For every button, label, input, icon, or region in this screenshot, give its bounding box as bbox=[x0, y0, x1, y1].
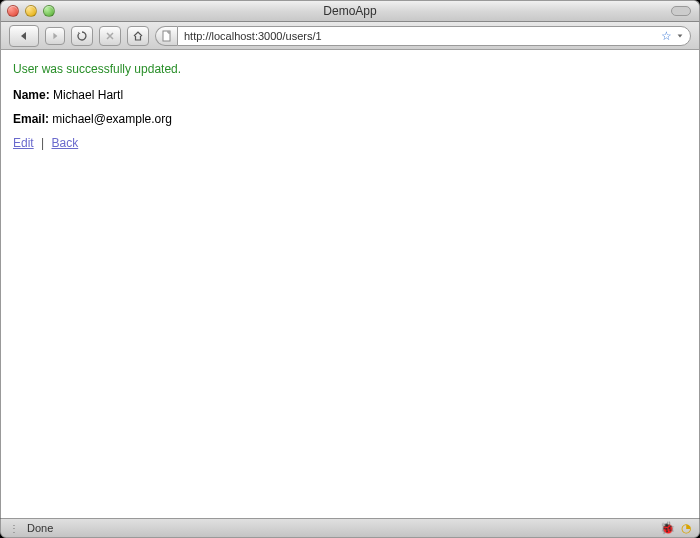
url-input[interactable]: http://localhost:3000/users/1 ☆ bbox=[177, 26, 691, 46]
browser-window: DemoApp http://localhost:3000/users/1 ☆ bbox=[0, 0, 700, 538]
address-bar: http://localhost:3000/users/1 ☆ bbox=[155, 26, 691, 46]
close-window-button[interactable] bbox=[7, 5, 19, 17]
status-right: 🐞 ◔ bbox=[660, 521, 691, 535]
home-icon bbox=[132, 30, 144, 42]
reload-icon bbox=[76, 30, 88, 42]
addon-icon[interactable]: ◔ bbox=[681, 521, 691, 535]
back-link[interactable]: Back bbox=[52, 136, 79, 150]
status-text: Done bbox=[27, 522, 53, 534]
stop-icon bbox=[105, 31, 115, 41]
reload-button[interactable] bbox=[71, 26, 93, 46]
back-button[interactable] bbox=[9, 25, 39, 47]
edit-link[interactable]: Edit bbox=[13, 136, 34, 150]
stop-button[interactable] bbox=[99, 26, 121, 46]
bookmark-star-icon[interactable]: ☆ bbox=[661, 29, 672, 43]
flash-notice: User was successfully updated. bbox=[13, 62, 687, 76]
email-label: Email: bbox=[13, 112, 49, 126]
drag-handle-icon[interactable]: ⋮ bbox=[9, 523, 19, 534]
traffic-lights bbox=[7, 5, 55, 17]
status-left: ⋮ Done bbox=[9, 522, 53, 534]
forward-button[interactable] bbox=[45, 27, 65, 45]
toolbar: http://localhost:3000/users/1 ☆ bbox=[0, 22, 700, 50]
titlebar: DemoApp bbox=[0, 0, 700, 22]
window-title: DemoApp bbox=[1, 4, 699, 18]
name-label: Name: bbox=[13, 88, 50, 102]
statusbar: ⋮ Done 🐞 ◔ bbox=[0, 518, 700, 538]
email-row: Email: michael@example.org bbox=[13, 112, 687, 126]
url-text: http://localhost:3000/users/1 bbox=[184, 30, 657, 42]
page-icon bbox=[161, 30, 173, 42]
action-links: Edit | Back bbox=[13, 136, 687, 150]
toolbar-toggle-button[interactable] bbox=[671, 6, 691, 16]
email-value: michael@example.org bbox=[52, 112, 172, 126]
name-value: Michael Hartl bbox=[53, 88, 123, 102]
home-button[interactable] bbox=[127, 26, 149, 46]
page-content: User was successfully updated. Name: Mic… bbox=[0, 50, 700, 518]
name-row: Name: Michael Hartl bbox=[13, 88, 687, 102]
site-identity-button[interactable] bbox=[155, 26, 177, 46]
minimize-window-button[interactable] bbox=[25, 5, 37, 17]
forward-arrow-icon bbox=[51, 32, 59, 40]
firebug-icon[interactable]: 🐞 bbox=[660, 521, 675, 535]
zoom-window-button[interactable] bbox=[43, 5, 55, 17]
back-arrow-icon bbox=[19, 31, 29, 41]
dropdown-chevron-icon[interactable] bbox=[676, 32, 684, 40]
link-separator: | bbox=[37, 136, 48, 150]
